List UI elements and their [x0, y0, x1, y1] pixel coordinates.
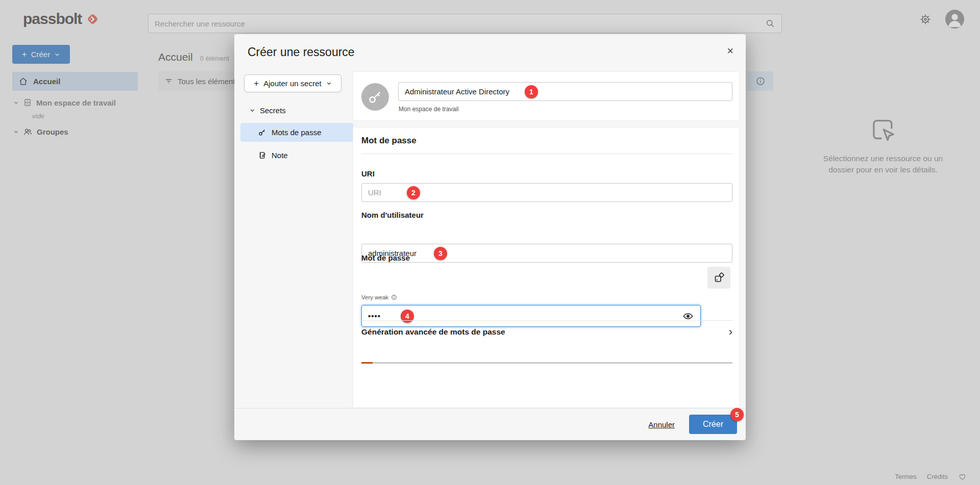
- username-input[interactable]: [361, 244, 732, 263]
- section-title: Mot de passe: [361, 136, 416, 146]
- password-form-card: Mot de passe URI 2 Nom d'utilisateur 3 M…: [353, 127, 740, 408]
- info-icon: [391, 294, 397, 300]
- advanced-divider: [361, 320, 732, 321]
- step-badge-2: 2: [407, 186, 420, 199]
- advanced-generation-label: Génération avancée de mots de passe: [361, 327, 505, 337]
- step-badge-3: 3: [434, 247, 447, 260]
- cancel-button[interactable]: Annuler: [648, 420, 675, 429]
- generate-password-dice-button[interactable]: [707, 267, 730, 289]
- chevron-down-icon: [326, 81, 332, 86]
- password-strength-bar: [361, 362, 732, 364]
- menu-item-note[interactable]: Note: [240, 146, 353, 165]
- step-badge-1: 1: [525, 85, 538, 98]
- section-divider: [361, 154, 732, 154]
- key-icon: [258, 128, 266, 137]
- resource-name-card: 1 Mon espace de travail: [353, 71, 740, 121]
- dialog-title: Créer une ressource: [248, 45, 355, 59]
- secrets-group-toggle[interactable]: Secrets: [250, 106, 286, 115]
- secrets-group-label: Secrets: [260, 106, 286, 115]
- password-field: 4: [361, 305, 701, 327]
- username-field: 3: [361, 244, 732, 263]
- create-submit-label: Créer: [703, 420, 723, 428]
- chevron-down-icon: [250, 108, 255, 113]
- add-secret-button[interactable]: + Ajouter un secret: [244, 74, 341, 92]
- uri-label: URI: [361, 169, 375, 178]
- resource-name-field: 1: [398, 82, 732, 101]
- password-label: Mot de passe: [361, 253, 410, 262]
- add-secret-label: Ajouter un secret: [263, 79, 321, 88]
- create-submit-button[interactable]: Créer 5: [689, 415, 737, 434]
- resource-name-input[interactable]: [398, 82, 732, 101]
- menu-item-label: Note: [272, 151, 288, 160]
- chevron-right-icon: ›: [729, 326, 732, 338]
- close-icon[interactable]: ×: [727, 45, 733, 57]
- dice-icon: [713, 272, 725, 284]
- menu-item-label: Mots de passe: [272, 128, 322, 137]
- menu-item-passwords[interactable]: Mots de passe: [240, 123, 353, 142]
- step-badge-5: 5: [730, 408, 744, 421]
- passbolt-app: passbolt + Créer: [0, 0, 980, 485]
- password-strength-fill: [361, 362, 373, 364]
- uri-field: 2: [361, 183, 732, 202]
- note-icon: [258, 151, 266, 160]
- plus-icon: +: [254, 79, 259, 89]
- advanced-generation-row[interactable]: Génération avancée de mots de passe ›: [361, 326, 732, 338]
- username-label: Nom d'utilisateur: [361, 211, 424, 219]
- resource-location-label: Mon espace de travail: [399, 106, 458, 113]
- password-strength: Very weak: [361, 294, 397, 300]
- password-strength-label: Very weak: [361, 294, 388, 300]
- create-resource-dialog: Créer une ressource × + Ajouter un secre…: [234, 34, 746, 440]
- resource-key-avatar-icon: [361, 83, 389, 111]
- dialog-footer: Annuler Créer 5: [234, 408, 746, 440]
